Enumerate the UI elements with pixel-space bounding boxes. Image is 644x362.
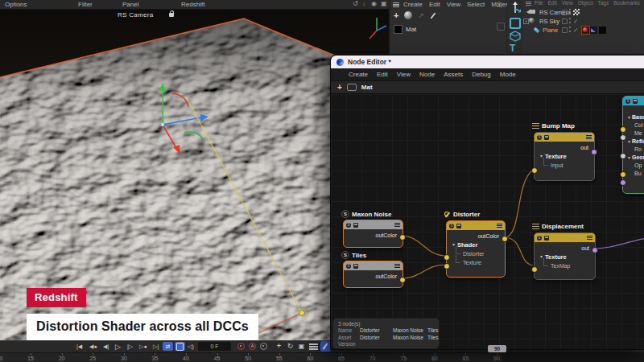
- rotation-key-icon[interactable]: ↻: [286, 342, 295, 351]
- camera-lock-icon[interactable]: [169, 13, 174, 17]
- solo-icon[interactable]: S: [625, 99, 630, 104]
- menu-edit[interactable]: Edit: [429, 1, 440, 8]
- move-tool-icon[interactable]: [510, 2, 521, 14]
- next-key-button[interactable]: ▷●: [139, 342, 147, 351]
- port-outcolor[interactable]: [399, 277, 406, 283]
- port-out[interactable]: [591, 149, 597, 155]
- port-texmap[interactable]: [531, 266, 538, 273]
- layer-toggle[interactable]: [562, 10, 568, 15]
- range-end-handle[interactable]: 90: [488, 345, 506, 352]
- input-texture[interactable]: Texture: [447, 258, 505, 267]
- menu-assets[interactable]: Assets: [444, 71, 463, 78]
- render-checker-icon[interactable]: [573, 9, 580, 15]
- position-key-icon[interactable]: +: [275, 342, 283, 351]
- menu-options[interactable]: Options: [5, 1, 27, 8]
- node-displacement[interactable]: S out ▾Texture TexMap: [534, 232, 596, 280]
- menu-edit[interactable]: Edit: [377, 71, 388, 78]
- object-row-plane[interactable]: Plane ✓: [523, 26, 644, 34]
- frame-icon[interactable]: ▣: [381, 0, 387, 7]
- node-menu-icon[interactable]: [586, 135, 592, 139]
- save-icon[interactable]: [353, 264, 358, 269]
- node-header[interactable]: S: [447, 221, 505, 230]
- tab-shape-icon[interactable]: [347, 84, 357, 91]
- play-button[interactable]: ▷: [115, 342, 121, 351]
- add-icon[interactable]: +: [394, 11, 398, 19]
- rectangle-select-icon[interactable]: [510, 18, 521, 29]
- menu-panel[interactable]: Panel: [122, 1, 138, 8]
- add-tab-icon[interactable]: +: [337, 84, 342, 92]
- save-icon[interactable]: [633, 99, 638, 104]
- node-material[interactable]: S ▾ Base Col Me ▾ Refle Ro ▾ Geom Op Bu: [622, 96, 644, 194]
- port-outcolor[interactable]: [399, 234, 406, 241]
- menu-mode[interactable]: Mode: [500, 71, 516, 78]
- layer-toggle[interactable]: [562, 19, 568, 24]
- section-reflection[interactable]: ▾ Refle: [623, 138, 644, 146]
- doc-range-button[interactable]: [175, 342, 185, 351]
- spline-point[interactable]: [299, 311, 305, 316]
- menu-view[interactable]: View: [397, 71, 411, 78]
- save-icon[interactable]: [544, 135, 549, 140]
- enabled-check-icon[interactable]: ✓: [573, 27, 579, 34]
- layers-icon[interactable]: [309, 343, 318, 350]
- solo-icon[interactable]: S: [537, 236, 542, 241]
- download-icon[interactable]: ↓: [362, 0, 365, 7]
- port-metal[interactable]: [620, 134, 626, 141]
- menu-view[interactable]: View: [447, 1, 460, 8]
- menu-debug[interactable]: Debug: [472, 71, 491, 78]
- menu-view[interactable]: View: [562, 0, 573, 6]
- next-frame-button[interactable]: |▷: [127, 342, 133, 351]
- menu-object[interactable]: Object: [578, 0, 593, 6]
- section-base[interactable]: ▾ Base: [623, 113, 644, 121]
- layer-toggle[interactable]: [562, 27, 568, 33]
- node-distorter[interactable]: S outColor ▾Shader Distorter Texture: [446, 220, 506, 278]
- port-opacity[interactable]: [620, 171, 626, 178]
- solo-icon[interactable]: S: [449, 224, 454, 228]
- menu-redshift[interactable]: Redshift: [181, 1, 204, 8]
- menu-create[interactable]: Create: [403, 1, 423, 8]
- material-tag-icon[interactable]: [581, 26, 590, 35]
- tab-mat[interactable]: Mat: [361, 84, 373, 91]
- visibility-dots[interactable]: [569, 9, 571, 14]
- port-rough[interactable]: [620, 153, 626, 159]
- loop-button[interactable]: ⇄: [163, 342, 173, 351]
- black-swatch-tag[interactable]: [599, 27, 606, 34]
- input-input[interactable]: Input: [535, 161, 594, 170]
- expander-icon[interactable]: +: [523, 19, 529, 24]
- save-icon[interactable]: [456, 224, 461, 228]
- solo-icon[interactable]: S: [537, 135, 542, 140]
- node-header[interactable]: S: [623, 97, 644, 105]
- scale-key-icon[interactable]: ▣: [297, 342, 306, 351]
- node-header[interactable]: S: [344, 261, 402, 270]
- node-header[interactable]: S: [344, 220, 402, 229]
- model-mode-cube-icon[interactable]: [510, 31, 521, 42]
- new-material-sphere-icon[interactable]: [404, 11, 412, 19]
- prev-frame-button[interactable]: ◀|: [103, 342, 109, 351]
- menu-file[interactable]: File: [535, 0, 543, 6]
- port-distorter-in[interactable]: [444, 254, 450, 261]
- node-editor-window[interactable]: Node Editor * Create Edit View Node Asse…: [330, 55, 644, 350]
- visibility-dots[interactable]: [569, 18, 571, 23]
- menu-edit[interactable]: Edit: [547, 0, 556, 6]
- menu-select[interactable]: Select: [467, 1, 485, 8]
- sound-button[interactable]: ◁): [188, 342, 194, 351]
- input-rough[interactable]: Ro: [623, 146, 644, 154]
- enabled-check-icon[interactable]: ✓: [573, 18, 579, 25]
- menu-node[interactable]: Node: [419, 71, 435, 78]
- object-row-rs-camera[interactable]: RS Camera: [523, 8, 644, 16]
- node-header[interactable]: S: [535, 133, 594, 142]
- autokey-button[interactable]: A: [249, 343, 256, 350]
- port-bump[interactable]: [620, 179, 626, 186]
- menu-filter[interactable]: Filter: [78, 1, 93, 8]
- node-bump-map[interactable]: S out ▾Texture Input: [534, 132, 595, 181]
- visibility-dots[interactable]: [569, 27, 571, 32]
- search-icon[interactable]: [496, 2, 502, 7]
- port-color[interactable]: [620, 126, 626, 133]
- camera-label[interactable]: RS Camera: [118, 11, 154, 19]
- solo-icon[interactable]: S: [346, 264, 351, 269]
- node-menu-icon[interactable]: [394, 223, 400, 227]
- node-editor-titlebar[interactable]: Node Editor *: [331, 56, 644, 68]
- record-keyframe-button[interactable]: [237, 343, 245, 350]
- axis-gizmo[interactable]: [369, 18, 386, 39]
- port-texture-in[interactable]: [444, 263, 450, 269]
- keyframe-selection-button[interactable]: [260, 343, 267, 350]
